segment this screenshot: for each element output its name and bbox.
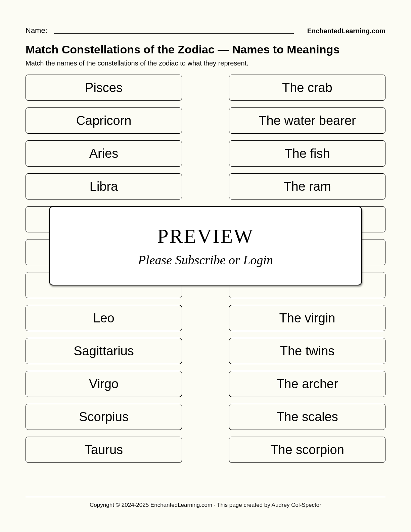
footer-divider — [26, 497, 385, 497]
left-item[interactable]: Libra — [26, 173, 182, 200]
worksheet-title: Match Constellations of the Zodiac — Nam… — [26, 43, 385, 56]
instructions-text: Match the names of the constellations of… — [26, 59, 385, 67]
left-item[interactable]: Scorpius — [26, 404, 182, 430]
left-item[interactable]: Aries — [26, 140, 182, 167]
right-item[interactable]: The archer — [229, 371, 385, 397]
right-item[interactable]: The scorpion — [229, 437, 385, 463]
footer: Copyright © 2024-2025 EnchantedLearning.… — [0, 497, 411, 508]
site-name: EnchantedLearning.com — [307, 27, 385, 35]
right-item[interactable]: The crab — [229, 75, 385, 101]
right-item[interactable]: The ram — [229, 173, 385, 200]
footer-text: Copyright © 2024-2025 EnchantedLearning.… — [0, 502, 411, 508]
preview-overlay[interactable]: PREVIEW Please Subscribe or Login — [49, 206, 362, 285]
left-item[interactable]: Sagittarius — [26, 338, 182, 364]
right-item[interactable]: The virgin — [229, 305, 385, 331]
left-item[interactable]: Leo — [26, 305, 182, 331]
left-item[interactable]: Virgo — [26, 371, 182, 397]
right-item[interactable]: The water bearer — [229, 107, 385, 134]
overlay-subtitle: Please Subscribe or Login — [138, 253, 273, 267]
right-item[interactable]: The scales — [229, 404, 385, 430]
right-item[interactable]: The fish — [229, 140, 385, 167]
overlay-title: PREVIEW — [157, 225, 254, 248]
right-item[interactable]: The twins — [229, 338, 385, 364]
name-label: Name: — [26, 26, 47, 35]
worksheet-header: Name: EnchantedLearning.com — [26, 26, 385, 35]
name-input-line[interactable] — [54, 33, 294, 34]
left-item[interactable]: Taurus — [26, 437, 182, 463]
left-item[interactable]: Pisces — [26, 75, 182, 101]
left-item[interactable]: Capricorn — [26, 107, 182, 134]
